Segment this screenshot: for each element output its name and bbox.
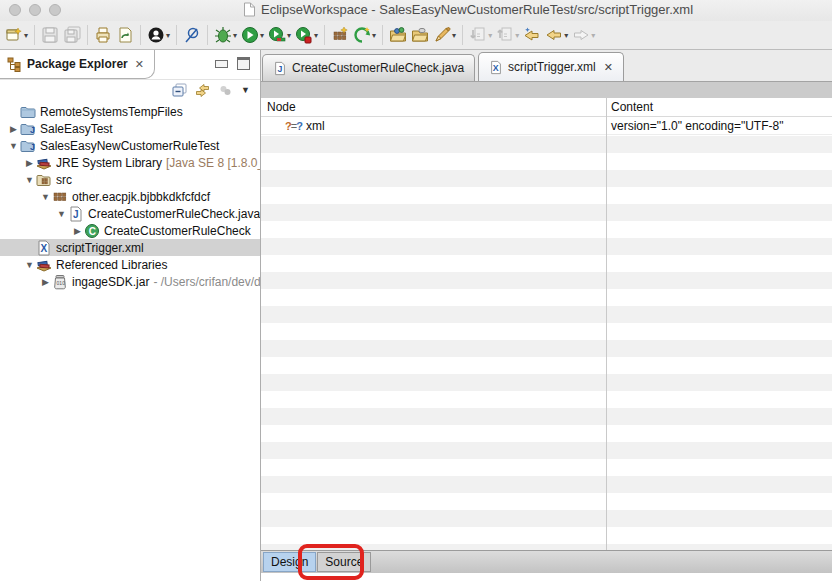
close-view-icon[interactable]: ✕ (135, 58, 144, 71)
pen-button[interactable]: ▾ (431, 25, 458, 45)
tree-item-src[interactable]: ▼ src (0, 171, 260, 188)
expander-icon[interactable]: ▼ (23, 175, 36, 185)
skip-breakpoints-button[interactable] (181, 25, 203, 45)
expander-icon[interactable]: ▶ (39, 277, 52, 287)
dropdown-arrow-icon: ▾ (591, 31, 595, 40)
tree-item-referenced-libraries[interactable]: ▼ Referenced Libraries (0, 256, 260, 273)
main-area: Package Explorer ✕ ▼ RemoteSystemsT (0, 50, 832, 581)
document-icon (243, 2, 256, 17)
tab-source[interactable]: Source (317, 552, 371, 572)
link-with-editor-icon[interactable] (195, 83, 210, 98)
minimize-view-button[interactable] (215, 60, 228, 68)
dropdown-arrow-icon[interactable]: ▾ (260, 31, 264, 40)
view-menu-icon[interactable]: ▼ (241, 85, 250, 95)
expander-icon[interactable]: ▼ (23, 260, 36, 270)
expander-icon[interactable]: ▼ (55, 209, 68, 219)
new-package-button[interactable] (329, 25, 351, 45)
previous-annotation-icon (496, 26, 514, 44)
tree-item-label: src (56, 173, 72, 187)
minimize-window-button[interactable] (29, 4, 41, 16)
forward-button: ▾ (570, 25, 597, 45)
tree-item-jre-system-library[interactable]: ▶ JRE System Library [Java SE 8 [1.8.0_ (0, 154, 260, 171)
tree-item-ingage-sdk-jar[interactable]: ▶ 010 ingageSDK.jar - /Users/crifan/dev/… (0, 273, 260, 290)
close-window-button[interactable] (9, 4, 21, 16)
tab-script-trigger-xml[interactable]: X scriptTrigger.xml ✕ (478, 52, 624, 81)
dropdown-arrow-icon[interactable]: ▾ (24, 31, 28, 40)
column-header-node: Node (267, 100, 296, 114)
close-tab-icon[interactable]: ✕ (604, 61, 613, 74)
table-row-xml-declaration[interactable]: ?=? xml version="1.0" encoding="UTF-8" (261, 117, 832, 135)
green-refresh-button[interactable]: ▾ (351, 25, 378, 45)
expander-icon[interactable]: ▶ (7, 124, 20, 134)
zoom-window-button[interactable] (49, 4, 61, 16)
collapse-all-icon[interactable] (172, 83, 187, 98)
java-file-icon: J (68, 206, 84, 222)
tab-create-customer-rule-check-java[interactable]: J CreateCustomerRuleCheck.java (262, 54, 475, 81)
save-icon (41, 26, 59, 44)
dropdown-arrow-icon[interactable]: ▾ (372, 31, 376, 40)
open-folder-objects-button[interactable] (387, 25, 409, 45)
last-edit-location-icon (523, 26, 541, 44)
tree-item-create-customer-rule-check-class[interactable]: ▶ C CreateCustomerRuleCheck (0, 222, 260, 239)
dropdown-arrow-icon[interactable]: ▾ (233, 31, 237, 40)
new-wizard-button[interactable]: ▾ (3, 25, 30, 45)
tree-item-label: SaleEasyTest (40, 122, 113, 136)
tree-item-script-trigger-xml[interactable]: X scriptTrigger.xml (0, 239, 260, 256)
design-source-tab-bar: Design Source (261, 550, 832, 573)
debug-button[interactable]: ▾ (212, 25, 239, 45)
package-explorer-header: Package Explorer ✕ (0, 50, 260, 80)
next-annotation-icon (469, 26, 487, 44)
tab-package-explorer[interactable]: Package Explorer ✕ (0, 50, 155, 79)
focus-icon (218, 83, 233, 98)
print-icon (94, 26, 112, 44)
tree-item-package-other[interactable]: ▼ other.eacpjk.bjbbkdkfcfdcf (0, 188, 260, 205)
content-cell[interactable]: version="1.0" encoding="UTF-8" (611, 119, 783, 133)
back-button[interactable]: ▾ (543, 25, 570, 45)
tree-item-label: SalesEasyNewCustomerRuleTest (40, 139, 219, 153)
dropdown-arrow-icon[interactable]: ▾ (314, 31, 318, 40)
toolbar-separator (140, 25, 141, 45)
editor-header-band (261, 81, 832, 98)
svg-text:C: C (89, 225, 96, 236)
run-button[interactable]: ▾ (239, 25, 266, 45)
source-folder-icon (36, 172, 52, 188)
sync-button[interactable] (114, 25, 136, 45)
user-account-button[interactable]: ▾ (145, 25, 172, 45)
tree-item-remote-systems[interactable]: RemoteSystemsTempFiles (0, 103, 260, 120)
node-cell[interactable]: ?=? xml (285, 119, 325, 133)
maximize-view-button[interactable] (237, 57, 250, 70)
last-edit-location-button[interactable] (521, 25, 543, 45)
svg-text:J: J (30, 142, 35, 152)
tab-design[interactable]: Design (263, 552, 316, 572)
expander-icon[interactable]: ▶ (71, 226, 84, 236)
dropdown-arrow-icon[interactable]: ▾ (564, 31, 568, 40)
print-button[interactable] (92, 25, 114, 45)
title-group: EclipseWorkspace - SalesEasyNewCustomerR… (243, 2, 693, 17)
bottom-spacer (261, 573, 832, 580)
coverage-icon (268, 26, 286, 44)
tree-item-label: ingageSDK.jar (72, 275, 149, 289)
xml-design-table: Node Content ?=? xml version="1.0" encod… (261, 98, 832, 550)
previous-annotation-button: ▾ (494, 25, 521, 45)
processing-instruction-icon: ?=? (285, 120, 302, 132)
dropdown-arrow-icon[interactable]: ▾ (452, 31, 456, 40)
editor-area: J CreateCustomerRuleCheck.java X scriptT… (261, 50, 832, 581)
column-divider[interactable] (606, 98, 607, 550)
empty-rows-area (261, 136, 832, 550)
tree-item-create-customer-rule-check-java[interactable]: ▼ J CreateCustomerRuleCheck.java (0, 205, 260, 222)
column-header-content: Content (611, 100, 653, 114)
title-bar: EclipseWorkspace - SalesEasyNewCustomerR… (0, 0, 832, 21)
expander-icon[interactable]: ▶ (23, 158, 36, 168)
profile-button[interactable]: ▾ (293, 25, 320, 45)
coverage-button[interactable]: ▾ (266, 25, 293, 45)
java-project-icon: J (20, 138, 36, 154)
open-folder-button[interactable] (409, 25, 431, 45)
tree-item-sales-easy-new-customer-rule-test[interactable]: ▼ J SalesEasyNewCustomerRuleTest (0, 137, 260, 154)
window-title: EclipseWorkspace - SalesEasyNewCustomerR… (261, 2, 693, 17)
dropdown-arrow-icon[interactable]: ▾ (166, 31, 170, 40)
tree-item-label: scriptTrigger.xml (56, 241, 144, 255)
expander-icon[interactable]: ▼ (39, 192, 52, 202)
tree-item-sale-easy-test[interactable]: ▶ J SaleEasyTest (0, 120, 260, 137)
dropdown-arrow-icon[interactable]: ▾ (287, 31, 291, 40)
expander-icon[interactable]: ▼ (7, 141, 20, 151)
